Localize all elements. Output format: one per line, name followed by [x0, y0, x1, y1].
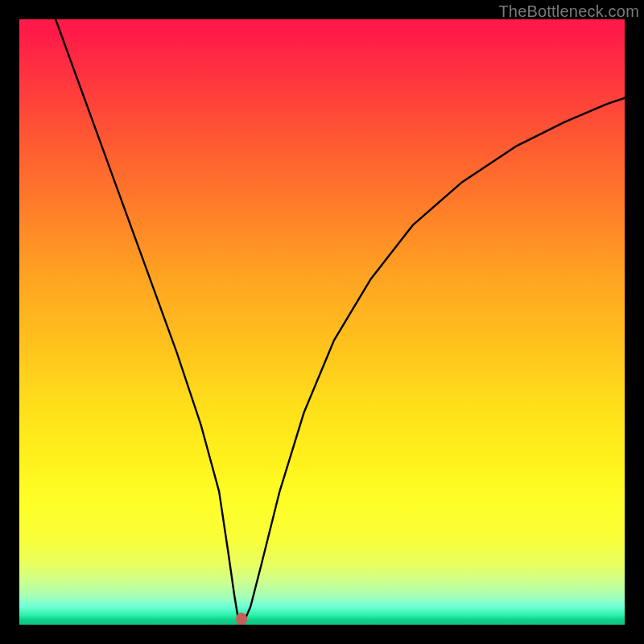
chart-container: TheBottleneck.com — [0, 0, 644, 644]
bottleneck-curve — [19, 19, 625, 625]
plot-area — [19, 19, 625, 625]
curve-path — [56, 19, 625, 621]
minimum-point-marker — [236, 613, 247, 625]
watermark-text: TheBottleneck.com — [498, 2, 639, 21]
